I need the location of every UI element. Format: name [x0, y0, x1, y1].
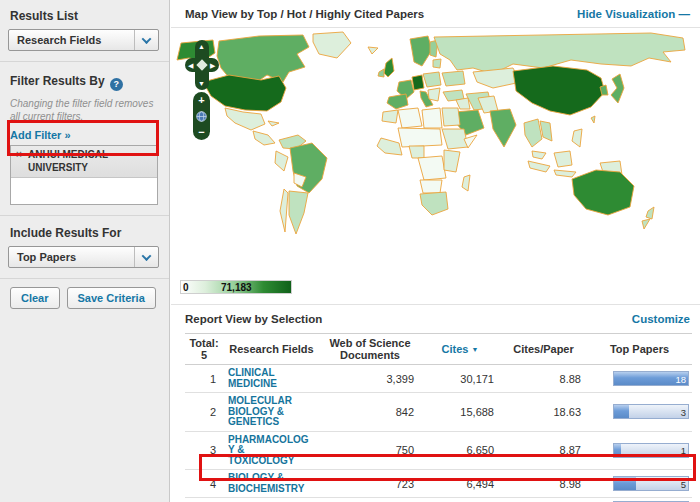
row-rank: 4	[185, 478, 223, 490]
filter-item-label: ANHUI MEDICAL UNIVERSITY	[28, 149, 108, 173]
include-results-selected-value: Top Papers	[17, 251, 76, 263]
cites-per-paper-value: 8.98	[500, 478, 587, 490]
top-papers-bar: 18	[613, 371, 689, 386]
clear-button[interactable]: Clear	[10, 287, 60, 309]
col-header-total: Total:5	[185, 337, 223, 361]
wos-documents-value: 842	[320, 406, 420, 418]
zoom-out-icon[interactable]: −	[198, 127, 204, 137]
save-criteria-button[interactable]: Save Criteria	[67, 287, 156, 309]
report-section: Report View by Selection Customize Total…	[171, 305, 700, 502]
legend-min-value: 0	[183, 282, 189, 293]
include-results-header: Include Results For	[0, 216, 169, 244]
cites-value: 6,650	[420, 444, 500, 456]
map-color-scale-legend: 0 71,183	[180, 280, 292, 294]
col-header-research-fields[interactable]: Research Fields	[223, 343, 320, 355]
include-results-select[interactable]: Top Papers	[8, 246, 159, 268]
results-list-selected-value: Research Fields	[17, 34, 101, 46]
sort-desc-icon: ▼	[472, 346, 479, 353]
customize-link[interactable]: Customize	[632, 313, 690, 325]
active-filters-listbox[interactable]: × ANHUI MEDICAL UNIVERSITY	[10, 145, 158, 205]
zoom-in-icon[interactable]: +	[198, 95, 204, 105]
cites-per-paper-value: 8.88	[500, 373, 587, 385]
add-filter-link[interactable]: Add Filter »	[10, 129, 159, 141]
filter-note-text: Changing the filter field removes all cu…	[10, 97, 157, 123]
legend-max-value: 71,183	[221, 282, 252, 293]
divider	[0, 278, 169, 279]
filter-sidebar: Results List Research Fields Filter Resu…	[0, 0, 170, 502]
pan-left-arrow-icon[interactable]: ◀	[188, 62, 193, 69]
minimize-icon: —	[679, 8, 691, 20]
field-link-pharmacology-toxicology[interactable]: PHARMACOLOG Y & TOXICOLOGY	[223, 435, 320, 467]
map-pan-control[interactable]: ▲ ▼ ◀ ▶	[185, 40, 219, 90]
hide-visualization-link[interactable]: Hide Visualization —	[577, 8, 690, 20]
table-row: 1 CLINICAL MEDICINE 3,399 30,171 8.88 18	[185, 365, 692, 393]
help-icon[interactable]: ?	[110, 78, 123, 91]
top-papers-bar: 3	[613, 404, 689, 419]
wos-documents-value: 3,399	[320, 373, 420, 385]
cites-value: 30,171	[420, 373, 500, 385]
map-view-title: Map View by Top / Hot / Highly Cited Pap…	[185, 8, 424, 20]
top-papers-value: 1	[681, 445, 686, 456]
row-rank: 1	[185, 373, 223, 385]
results-list-header: Results List	[0, 0, 169, 27]
cites-per-paper-value: 8.87	[500, 444, 587, 456]
table-header-row: Total:5 Research Fields Web of Science D…	[185, 333, 692, 365]
pan-up-arrow-icon[interactable]: ▲	[198, 43, 205, 50]
col-header-cites-sorted[interactable]: Cites ▼	[420, 343, 500, 356]
filter-results-header: Filter Results By?	[0, 62, 169, 95]
col-header-cites-per-paper[interactable]: Cites/Paper	[500, 343, 587, 355]
map-zoom-control[interactable]: + −	[193, 92, 210, 140]
top-papers-value: 18	[675, 374, 686, 385]
top-papers-bar: 1	[613, 443, 689, 458]
map-view: ▲ ▼ ◀ ▶ + − 0 71,183	[171, 28, 700, 305]
filter-item-anhui-medical-university[interactable]: × ANHUI MEDICAL UNIVERSITY	[11, 146, 157, 178]
cites-per-paper-value: 18.63	[500, 406, 587, 418]
field-link-clinical-medicine[interactable]: CLINICAL MEDICINE	[223, 368, 320, 389]
cites-value: 6,494	[420, 478, 500, 490]
top-papers-value: 5	[681, 479, 686, 490]
chevron-down-icon	[134, 247, 158, 267]
field-link-biology-biochemistry[interactable]: BIOLOGY & BIOCHEMISTRY	[223, 473, 320, 494]
table-row-highlighted: 4 BIOLOGY & BIOCHEMISTRY 723 6,494 8.98 …	[185, 470, 692, 498]
remove-filter-icon[interactable]: ×	[16, 149, 22, 162]
field-link-molecular-biology-genetics[interactable]: MOLECULAR BIOLOGY & GENETICS	[223, 396, 320, 428]
wos-documents-value: 723	[320, 478, 420, 490]
row-rank: 2	[185, 406, 223, 418]
table-row: 3 PHARMACOLOG Y & TOXICOLOGY 750 6,650 8…	[185, 432, 692, 471]
pan-down-arrow-icon[interactable]: ▼	[198, 80, 205, 87]
world-map[interactable]	[171, 30, 700, 282]
top-papers-value: 3	[681, 407, 686, 418]
row-rank: 3	[185, 444, 223, 456]
top-papers-bar: 5	[613, 476, 689, 491]
main-panel: Map View by Top / Hot / Highly Cited Pap…	[171, 0, 700, 502]
globe-icon[interactable]	[196, 111, 207, 122]
results-list-select[interactable]: Research Fields	[8, 29, 159, 51]
report-view-title: Report View by Selection	[185, 313, 322, 325]
col-header-wos-documents[interactable]: Web of Science Documents	[320, 337, 420, 361]
cites-value: 15,688	[420, 406, 500, 418]
chevron-down-icon	[134, 30, 158, 50]
table-row: 2 MOLECULAR BIOLOGY & GENETICS 842 15,68…	[185, 393, 692, 432]
col-header-top-papers[interactable]: Top Papers	[587, 343, 692, 355]
table-row-all-fields: 0 ALL FIELDS 7,767 77,774 10.01 41	[185, 498, 692, 502]
wos-documents-value: 750	[320, 444, 420, 456]
pan-right-arrow-icon[interactable]: ▶	[210, 62, 215, 69]
